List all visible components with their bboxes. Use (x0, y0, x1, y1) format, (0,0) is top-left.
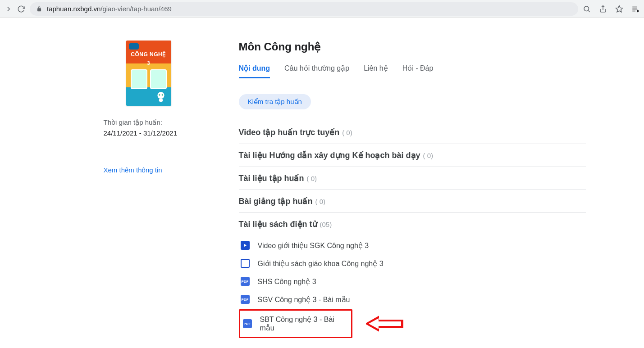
arrow-annotation-icon (366, 315, 406, 334)
section-count: ( 0) (342, 129, 352, 136)
book-grade: 3 (126, 60, 171, 66)
tabs: Nội dung Câu hỏi thường gặp Liên hệ Hỏi … (239, 64, 586, 79)
svg-point-9 (159, 94, 160, 95)
doc-label: SGV Công nghệ 3 - Bài mẫu (258, 295, 350, 304)
tab-faq[interactable]: Câu hỏi thường gặp (284, 64, 349, 78)
svg-line-1 (588, 10, 589, 12)
highlight-annotation: PDF SBT Công nghệ 3 - Bài mẫu (239, 309, 352, 338)
doc-item-pdf[interactable]: PDF SHS Công nghệ 3 (239, 272, 586, 290)
section-video[interactable]: Video tập huấn trực tuyến ( 0) (239, 121, 586, 144)
tab-contact[interactable]: Liên hệ (364, 64, 388, 78)
doc-item-pdf-highlighted[interactable]: PDF SBT Công nghệ 3 - Bài mẫu (241, 312, 350, 335)
training-dates: 24/11/2021 - 31/12/2021 (104, 129, 194, 137)
robot-icon (155, 90, 167, 103)
section-guide[interactable]: Tài liệu Hướng dẫn xây dựng Kế hoạch bài… (239, 144, 586, 167)
section-count: ( 0) (423, 152, 434, 159)
section-title: Tài liệu tập huấn (239, 173, 304, 183)
doc-label: SBT Công nghệ 3 - Bài mẫu (260, 315, 348, 332)
url-domain: taphuan.nxbgd.vn (47, 5, 100, 13)
section-ebooks: Tài liệu sách điện tử (05) Video giới th… (239, 213, 586, 347)
section-title: Bài giảng tập huấn (239, 196, 313, 206)
pdf-icon: PDF (241, 277, 250, 286)
play-icon (241, 241, 250, 250)
browser-toolbar: taphuan.nxbgd.vn/giao-vien/tap-huan/469 (0, 0, 644, 18)
pdf-icon: PDF (243, 319, 252, 328)
zoom-icon[interactable] (583, 5, 591, 13)
star-icon[interactable] (615, 5, 623, 13)
forward-icon[interactable] (5, 5, 13, 13)
page-title: Môn Công nghệ (239, 41, 586, 53)
doc-item-video[interactable]: Video giới thiệu SGK Công nghệ 3 (239, 236, 586, 254)
url-path: /giao-vien/tap-huan/469 (100, 5, 172, 13)
address-bar[interactable]: taphuan.nxbgd.vn/giao-vien/tap-huan/469 (30, 2, 578, 16)
book-cover: CÔNG NGHỆ 3 (126, 41, 171, 106)
doc-label: SHS Công nghệ 3 (258, 277, 316, 286)
doc-item-pdf[interactable]: PDF SGV Công nghệ 3 - Bài mẫu (239, 290, 586, 308)
main-content: Môn Công nghệ Nội dung Câu hỏi thường gặ… (239, 41, 586, 348)
svg-point-8 (157, 92, 164, 99)
reload-icon[interactable] (17, 5, 25, 13)
pdf-icon: PDF (241, 295, 250, 304)
section-title: Tài liệu sách điện tử (239, 219, 317, 229)
tab-content[interactable]: Nội dung (239, 64, 270, 78)
book-title: CÔNG NGHỆ (126, 51, 171, 58)
browser-actions (583, 5, 639, 13)
svg-marker-12 (244, 244, 247, 247)
tab-qa[interactable]: Hỏi - Đáp (402, 64, 434, 78)
section-training-docs[interactable]: Tài liệu tập huấn ( 0) (239, 167, 586, 190)
sidebar: CÔNG NGHỆ 3 Thời gian tập huấn: 24/11/20… (104, 41, 194, 348)
training-time-label: Thời gian tập huấn: (104, 118, 194, 127)
share-icon[interactable] (599, 5, 607, 13)
section-lectures[interactable]: Bài giảng tập huấn ( 0) (239, 190, 586, 213)
svg-rect-11 (159, 99, 163, 102)
quiz-button[interactable]: Kiểm tra tập huấn (239, 94, 311, 109)
lock-icon (36, 6, 42, 12)
doc-item-slide[interactable]: Giới thiệu sách giáo khoa Công nghệ 3 (239, 254, 586, 272)
section-title: Tài liệu Hướng dẫn xây dựng Kế hoạch bài… (239, 150, 420, 160)
more-info-link[interactable]: Xem thêm thông tin (104, 166, 194, 174)
section-count: (05) (320, 221, 332, 228)
svg-point-0 (584, 6, 589, 11)
section-count: ( 0) (315, 198, 325, 205)
section-count: ( 0) (306, 175, 317, 182)
svg-marker-3 (616, 5, 623, 12)
doc-label: Video giới thiệu SGK Công nghệ 3 (258, 241, 369, 250)
doc-label: Giới thiệu sách giáo khoa Công nghệ 3 (258, 259, 384, 268)
slide-icon (241, 259, 250, 268)
svg-marker-7 (637, 10, 639, 12)
playlist-icon[interactable] (631, 5, 639, 13)
svg-point-10 (161, 94, 163, 95)
section-title: Video tập huấn trực tuyến (239, 127, 340, 137)
